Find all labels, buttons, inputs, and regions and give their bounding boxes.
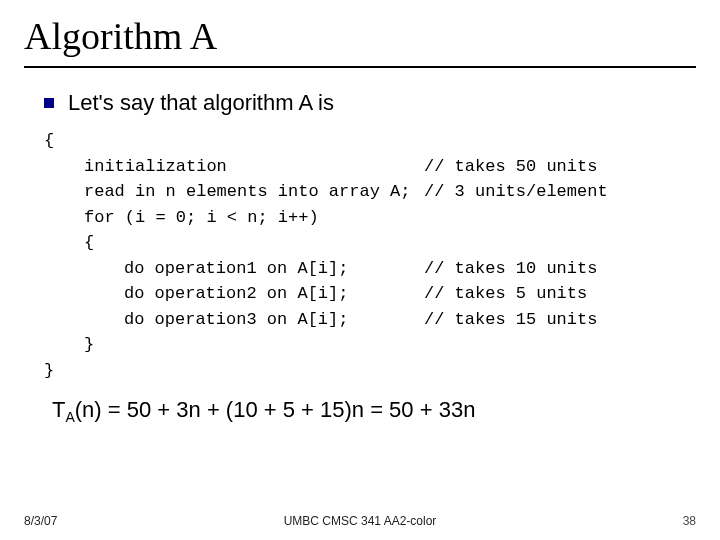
code-line: do operation3 on A[i]; [44,307,424,333]
code-line: } [44,358,424,384]
code-line: initialization [44,154,424,180]
code-comment: // takes 15 units [424,307,597,333]
code-block: { initialization // takes 50 units read … [44,128,696,383]
code-comment: // 3 units/element [424,179,608,205]
code-line: } [44,332,424,358]
code-line: { [44,128,424,154]
slide-title: Algorithm A [24,14,696,68]
footer-course: UMBC CMSC 341 AA2-color [24,514,696,528]
equation-var: T [52,397,65,422]
bullet-item: Let's say that algorithm A is [44,90,696,116]
code-line: for (i = 0; i < n; i++) [44,205,424,231]
code-line: do operation1 on A[i]; [44,256,424,282]
equation-body: (n) = 50 + 3n + (10 + 5 + 15)n = 50 + 33… [75,397,476,422]
square-bullet-icon [44,98,54,108]
footer: 8/3/07 UMBC CMSC 341 AA2-color 38 [24,514,696,528]
slide: Algorithm A Let's say that algorithm A i… [0,0,720,540]
code-line: do operation2 on A[i]; [44,281,424,307]
code-line: { [44,230,424,256]
code-comment: // takes 10 units [424,256,597,282]
code-line: read in n elements into array A; [44,179,424,205]
equation: TA(n) = 50 + 3n + (10 + 5 + 15)n = 50 + … [52,397,696,425]
equation-subscript: A [65,409,74,425]
bullet-text: Let's say that algorithm A is [68,90,334,116]
code-comment: // takes 5 units [424,281,587,307]
code-comment: // takes 50 units [424,154,597,180]
